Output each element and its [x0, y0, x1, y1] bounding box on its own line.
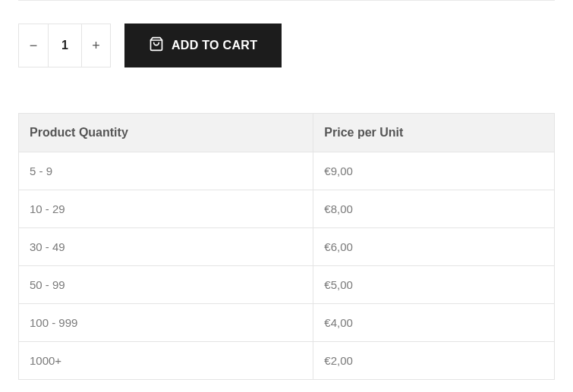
add-to-cart-button[interactable]: ADD TO CART [124, 24, 282, 67]
cell-price: €9,00 [313, 152, 555, 190]
cell-quantity: 100 - 999 [19, 304, 313, 342]
table-row: 30 - 49 €6,00 [19, 228, 555, 266]
header-quantity: Product Quantity [19, 114, 313, 152]
table-header-row: Product Quantity Price per Unit [19, 114, 555, 152]
table-row: 10 - 29 €8,00 [19, 190, 555, 228]
pricing-table: Product Quantity Price per Unit 5 - 9 €9… [18, 113, 555, 380]
cart-row: − 1 + ADD TO CART [18, 24, 555, 67]
header-price: Price per Unit [313, 114, 555, 152]
cell-price: €8,00 [313, 190, 555, 228]
cell-price: €2,00 [313, 342, 555, 380]
table-row: 1000+ €2,00 [19, 342, 555, 380]
quantity-increase-button[interactable]: + [81, 24, 110, 67]
table-row: 5 - 9 €9,00 [19, 152, 555, 190]
cell-quantity: 5 - 9 [19, 152, 313, 190]
cell-quantity: 1000+ [19, 342, 313, 380]
quantity-decrease-button[interactable]: − [19, 24, 48, 67]
quantity-stepper: − 1 + [18, 24, 111, 67]
cell-price: €6,00 [313, 228, 555, 266]
cell-quantity: 50 - 99 [19, 266, 313, 304]
table-row: 100 - 999 €4,00 [19, 304, 555, 342]
bag-icon [149, 36, 164, 55]
add-to-cart-label: ADD TO CART [172, 39, 257, 52]
cell-quantity: 30 - 49 [19, 228, 313, 266]
table-row: 50 - 99 €5,00 [19, 266, 555, 304]
cell-price: €5,00 [313, 266, 555, 304]
quantity-value[interactable]: 1 [48, 24, 81, 67]
divider [18, 0, 555, 1]
cell-quantity: 10 - 29 [19, 190, 313, 228]
cell-price: €4,00 [313, 304, 555, 342]
